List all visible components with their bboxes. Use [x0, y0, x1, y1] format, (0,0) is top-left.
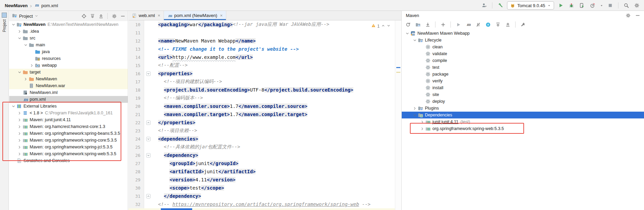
tree-row[interactable]: site: [402, 91, 644, 98]
run-with-coverage-button[interactable]: [578, 2, 586, 9]
tree-row[interactable]: verify: [402, 78, 644, 84]
fold-expanded-icon[interactable]: [146, 71, 151, 76]
code-text[interactable]: <url>http://www.example.com</url>: [152, 53, 395, 61]
editor-line[interactable]: 12<name>NewMaven Maven Webapp</name>: [128, 37, 395, 45]
code-text[interactable]: <!--配置-->: [152, 61, 395, 69]
tree-row[interactable]: webapp: [9, 62, 128, 69]
generate-sources-button[interactable]: [414, 21, 421, 28]
chevron-down-icon[interactable]: [412, 38, 417, 42]
tree-row[interactable]: install: [402, 84, 644, 91]
settings-gear-button[interactable]: [625, 12, 631, 19]
chevron-down-icon[interactable]: [412, 113, 417, 117]
tree-row[interactable]: package: [402, 71, 644, 78]
code-text[interactable]: <dependencies>: [152, 135, 395, 143]
tree-row[interactable]: resources: [9, 55, 128, 62]
tree-row[interactable]: mNewMaven Maven Webapp: [402, 30, 644, 37]
tree-row[interactable]: target: [9, 69, 128, 76]
tree-row[interactable]: validate: [402, 50, 644, 57]
editor-line[interactable]: 20<maven.compiler.source>1.7</maven.comp…: [128, 102, 395, 110]
tree-row[interactable]: src: [9, 35, 128, 42]
editor-tab[interactable]: mpom.xml (NewMaven)×: [164, 11, 226, 20]
editor-line[interactable]: 18<project.build.sourceEncoding>UTF-8</p…: [128, 86, 395, 94]
editor-line[interactable]: 32<!-- https://mvnrepository.com/artifac…: [128, 200, 395, 208]
run-button[interactable]: [557, 2, 565, 9]
chevron-right-icon[interactable]: [23, 77, 28, 81]
chevron-down-icon[interactable]: [35, 14, 38, 19]
code-text[interactable]: <maven.compiler.target>1.7</maven.compil…: [152, 110, 395, 118]
editor-line[interactable]: 28<artifactId>junit</artifactId>: [128, 167, 395, 176]
editor-caret-line[interactable]: [128, 208, 395, 210]
editor-tab[interactable]: web.xml×: [128, 11, 164, 20]
editor-line[interactable]: 23<!--项目依赖-->: [128, 127, 395, 135]
plus-button[interactable]: [440, 21, 446, 28]
editor-line[interactable]: 29<version>4.11</version>: [128, 176, 395, 184]
tree-row[interactable]: .idea: [9, 28, 128, 35]
editor-line[interactable]: 31</dependency>: [128, 192, 395, 200]
editor-line[interactable]: 13<!-- FIXME change it to the project's …: [128, 45, 395, 53]
fold-end-icon[interactable]: [146, 120, 151, 125]
chevron-down-icon[interactable]: [404, 32, 410, 35]
fold-end-icon[interactable]: [146, 194, 151, 198]
collapse-all-button[interactable]: [504, 21, 511, 28]
editor-line[interactable]: 10<packaging>war</packaging><!--jar java…: [128, 20, 395, 29]
expand-all-button[interactable]: [494, 21, 501, 28]
collapse-all-button[interactable]: [98, 12, 104, 20]
editor-line[interactable]: 15<!--配置-->: [128, 61, 395, 69]
tool-stripe-project-button[interactable]: Project: [0, 11, 9, 32]
settings-gear-button[interactable]: [633, 2, 641, 9]
tree-row[interactable]: Dependencies: [402, 112, 644, 118]
code-text[interactable]: <scope>test</scope>: [152, 184, 395, 192]
run-gray-button[interactable]: [455, 21, 462, 28]
refresh-button[interactable]: [404, 21, 411, 28]
expand-all-button[interactable]: [89, 12, 95, 20]
breadcrumb-file[interactable]: pom.xml: [41, 3, 58, 8]
code-text[interactable]: <!-- FIXME change it to the project's we…: [152, 45, 395, 53]
settings-gear-button[interactable]: [111, 12, 117, 20]
close-tab-icon[interactable]: ×: [219, 13, 223, 18]
code-text[interactable]: <packaging>war</packaging><!--jar java应用…: [152, 20, 395, 29]
offline-mode-button[interactable]: [485, 21, 491, 28]
fold-expanded-icon[interactable]: [146, 153, 151, 158]
code-text[interactable]: <!--具体依赖的jar包配置文件-->: [152, 143, 395, 151]
user-dropdown-button[interactable]: [480, 2, 488, 9]
chevron-right-icon[interactable]: [29, 64, 34, 67]
editor-line[interactable]: 14<url>http://www.example.com</url>: [128, 53, 395, 61]
code-text[interactable]: </properties>: [152, 118, 395, 127]
project-panel-title[interactable]: Project: [19, 14, 33, 19]
editor-line[interactable]: 16<properties>: [128, 69, 395, 78]
search-everywhere-button[interactable]: [623, 2, 630, 9]
editor-line[interactable]: 25<!--具体依赖的jar包配置文件-->: [128, 143, 395, 151]
editor-line[interactable]: 19<!--编码版本-->: [128, 94, 395, 102]
editor-error-stripe[interactable]: [395, 20, 401, 210]
chevron-down-icon[interactable]: [17, 70, 22, 74]
download-sources-button[interactable]: [424, 21, 431, 28]
tree-row[interactable]: NewMavenE:\MavenText\NewMaven\NewMaven: [9, 21, 128, 28]
breadcrumb-project[interactable]: NewMaven: [5, 3, 28, 8]
code-text[interactable]: <name>NewMaven Maven Webapp</name>: [152, 37, 395, 45]
maven-goal-button[interactable]: m: [465, 21, 472, 28]
profiler-button[interactable]: [589, 2, 596, 9]
locate-file-button[interactable]: [81, 12, 87, 20]
editor-line[interactable]: 11: [128, 29, 395, 37]
stop-button[interactable]: [607, 2, 614, 9]
code-text[interactable]: <!--编码版本-->: [152, 94, 395, 102]
chevron-right-icon[interactable]: [412, 107, 417, 110]
run-configuration-combo[interactable]: Tomcat 9.0.45: [507, 1, 554, 10]
code-text[interactable]: <!-- https://mvnrepository.com/artifact/…: [152, 200, 395, 208]
close-tab-icon[interactable]: ×: [157, 13, 160, 18]
code-text[interactable]: <dependency>: [152, 151, 395, 159]
code-text[interactable]: [152, 29, 395, 37]
tree-row[interactable]: Plugins: [402, 105, 644, 112]
prev-problem-icon[interactable]: [381, 24, 385, 29]
next-problem-icon[interactable]: [387, 24, 390, 29]
hide-panel-button[interactable]: [634, 12, 641, 19]
code-text[interactable]: <properties>: [152, 69, 395, 78]
tree-row[interactable]: clean: [402, 44, 644, 50]
tree-row[interactable]: Lifecycle: [402, 37, 644, 44]
code-text[interactable]: <maven.compiler.source>1.7</maven.compil…: [152, 102, 395, 110]
debug-button[interactable]: [568, 2, 575, 9]
code-text[interactable]: <!--项目依赖-->: [152, 127, 395, 135]
editor-line[interactable]: 17<!--项目构建默认编码-->: [128, 78, 395, 86]
chevron-right-icon[interactable]: [17, 30, 22, 33]
chevron-down-icon[interactable]: [17, 36, 22, 40]
